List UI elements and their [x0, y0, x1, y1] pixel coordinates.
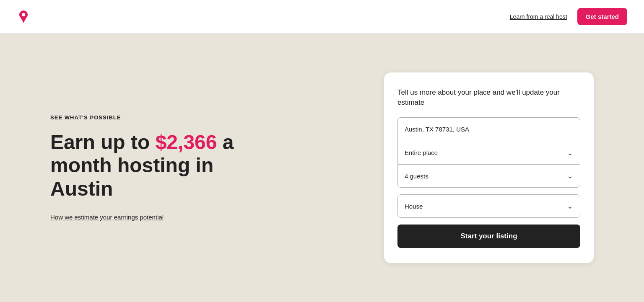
location-field[interactable] — [397, 117, 580, 141]
airbnb-logo-icon — [17, 10, 30, 23]
place-type-value: Entire place — [405, 149, 438, 156]
location-input[interactable] — [405, 126, 573, 133]
start-listing-button[interactable]: Start your listing — [397, 225, 580, 248]
earn-amount: $2,366 — [156, 131, 217, 153]
earn-heading: Earn up to $2,366 a month hosting in Aus… — [50, 131, 268, 200]
header: Learn from a real host Get started — [0, 0, 644, 34]
property-type-chevron-icon: ⌄ — [567, 201, 573, 211]
estimate-card: Tell us more about your place and we'll … — [384, 72, 594, 263]
place-type-select[interactable]: Entire place ⌄ — [405, 148, 573, 157]
card-subtitle: Tell us more about your place and we'll … — [397, 88, 580, 108]
hero-left: SEE WHAT'S POSSIBLE Earn up to $2,366 a … — [50, 114, 268, 221]
property-type-value: House — [405, 203, 423, 210]
place-type-chevron-icon: ⌄ — [567, 148, 573, 157]
place-type-field[interactable]: Entire place ⌄ — [397, 141, 580, 164]
logo-area — [17, 10, 30, 23]
estimate-link[interactable]: How we estimate your earnings potential — [50, 214, 164, 221]
guests-value: 4 guests — [405, 173, 428, 180]
hero-section: SEE WHAT'S POSSIBLE Earn up to $2,366 a … — [0, 34, 644, 302]
property-type-field[interactable]: House ⌄ — [397, 194, 580, 218]
guests-chevron-icon: ⌄ — [567, 171, 573, 181]
guests-select[interactable]: 4 guests ⌄ — [405, 171, 573, 181]
get-started-button[interactable]: Get started — [577, 8, 627, 25]
learn-from-host-link[interactable]: Learn from a real host — [510, 13, 567, 20]
earn-prefix: Earn up to — [50, 131, 156, 153]
eyebrow-text: SEE WHAT'S POSSIBLE — [50, 114, 268, 121]
guests-field[interactable]: 4 guests ⌄ — [397, 164, 580, 188]
card-form: Entire place ⌄ 4 guests ⌄ — [397, 117, 580, 188]
header-nav: Learn from a real host Get started — [510, 8, 627, 25]
